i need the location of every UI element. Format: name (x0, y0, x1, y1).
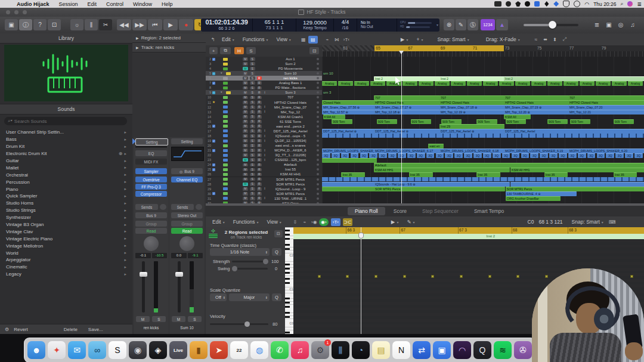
region-cell[interactable]: 3Q (521, 153, 530, 158)
record-arm-button[interactable]: R (257, 187, 262, 191)
record-arm-button[interactable]: R (257, 96, 262, 100)
solo-button[interactable]: S (250, 110, 255, 114)
region-909-tom[interactable]: 909 Tom (506, 119, 526, 124)
region-cell[interactable]: 3Q (587, 153, 596, 158)
grid-view-icon[interactable]: ▦ (299, 36, 308, 44)
download-icon[interactable]: ⊕ (119, 151, 123, 156)
region-909-tom[interactable]: 909 Tom (547, 119, 568, 124)
plugin-slot-overdrive[interactable]: Overdrive (135, 177, 167, 182)
stack-collapse-icon[interactable]: − (212, 72, 215, 75)
fader-cap[interactable] (140, 272, 147, 277)
mute-button[interactable]: M (243, 134, 248, 138)
region-cell[interactable]: 3Q (341, 153, 349, 158)
track-name[interactable]: SOR MTR1 Percs (267, 182, 314, 186)
mute-button[interactable]: M (243, 91, 248, 95)
region-mcph-drums-loops-shaker-6-17[interactable]: MCPH_DRUMS_LOOPS_SHAKER_6.17 (374, 148, 440, 153)
record-arm-button[interactable]: R (257, 148, 262, 152)
play-button[interactable]: ▶ (163, 19, 178, 30)
region-hpth2-closed-hats[interactable]: HPTH2 Closed Hats (504, 100, 569, 105)
track-name[interactable]: 707 (267, 95, 314, 99)
region-cell[interactable]: 3Q (473, 153, 482, 158)
region-sor-mtr1-percs[interactable]: SOR MTR1 Percs (506, 187, 644, 191)
gear-icon[interactable]: ⚙ (0, 327, 14, 332)
region-cell[interactable]: Analog (564, 81, 578, 86)
region-cell[interactable]: Analog (402, 81, 417, 86)
input-slot[interactable]: ◎Bus 9 (171, 168, 203, 174)
mute-button[interactable]: M (243, 144, 248, 147)
mute-button[interactable]: M (243, 81, 248, 85)
track-name[interactable]: Sum 2 (267, 62, 314, 66)
solo-button[interactable]: S (250, 120, 255, 123)
setting-button[interactable]: Setting (171, 138, 203, 144)
region-default[interactable]: #default (374, 163, 644, 168)
library-item-bass[interactable]: Bass▸ (0, 136, 132, 143)
siri-icon[interactable] (627, 1, 633, 7)
midi-note[interactable] (346, 275, 349, 278)
solo-button[interactable]: S (250, 173, 255, 177)
region-cell[interactable]: 3Q (634, 153, 643, 158)
menu-clock[interactable]: Thu 20:26 (593, 1, 616, 7)
dock-notion-icon[interactable]: N (392, 341, 410, 359)
track-checkbox[interactable]: ✓ (212, 163, 215, 166)
mute-button[interactable]: M (243, 163, 248, 167)
mute-button[interactable]: M (243, 139, 248, 143)
eq-thumbnail[interactable] (171, 147, 204, 161)
track-name[interactable]: DDT_125_Hat_Aeriel (267, 129, 314, 133)
mute-button[interactable]: M (243, 110, 248, 114)
instrument-slot[interactable]: Sampler (135, 168, 167, 174)
mute-button[interactable]: M (136, 316, 150, 322)
track-name[interactable]: KSM All Crash1 (267, 115, 314, 119)
mute-button[interactable]: M (243, 153, 248, 157)
region-mcph-drums-loops-shaker-6-18[interactable]: MCPH_DRUMS_LOOPS_SHAKER_6.18 (439, 148, 504, 153)
solo-button[interactable]: S (152, 316, 166, 322)
track-checkbox[interactable]: ✓ (212, 192, 215, 195)
mute-button[interactable]: M (243, 76, 248, 80)
track-checkbox[interactable]: ✓ (212, 140, 215, 143)
scale-apply-button[interactable]: Q (272, 293, 281, 301)
track-checkbox[interactable]: ✓ (212, 82, 215, 85)
region-mh-top-12-18[interactable]: MH_Top_12.18 ⊕ (374, 110, 440, 115)
region-130-tambourine-4[interactable]: 130 TAMBOURINE .4 ⊕ (506, 191, 577, 196)
solo-button[interactable]: S (250, 163, 255, 167)
region-cell[interactable]: Analog (338, 81, 353, 86)
menu-item-session[interactable]: Session (54, 1, 83, 7)
track-name[interactable]: CSS032...125_bpm (267, 158, 314, 162)
track-name[interactable]: QLDF_12...105534] (267, 139, 314, 143)
record-arm-button[interactable]: R (257, 173, 262, 177)
solo-button[interactable]: S (250, 86, 255, 90)
region-909-tom[interactable]: 909 Tom (614, 119, 634, 124)
back-arrow-icon[interactable]: ↰ (208, 36, 218, 44)
region-ksm-all[interactable]: KSM All (504, 115, 531, 119)
midi-note[interactable] (460, 275, 463, 278)
mute-button[interactable]: M (243, 192, 248, 196)
region-mh-top-12-20[interactable]: MH_Top_12.20 ⊕ (504, 110, 569, 115)
midi-note[interactable] (516, 275, 519, 278)
v-zoom-icon[interactable]: ⬍ (550, 36, 560, 44)
region-909-tom[interactable]: 909 Tom (441, 119, 462, 124)
quick-help-icon[interactable]: ? (33, 19, 47, 30)
swing-slider[interactable] (232, 268, 268, 270)
region-cell[interactable]: 3Q (530, 153, 538, 158)
region-cell[interactable]: 3Q (436, 153, 444, 158)
input-monitor-button[interactable]: I (264, 197, 267, 200)
track-name[interactable]: Inst 55 (267, 168, 314, 171)
bolt-icon[interactable] (544, 1, 549, 7)
region-cell[interactable]: 3Q (379, 153, 387, 158)
region-mh-snare-clap-07-20[interactable]: MH_Snare_Clap_07.20 (568, 105, 644, 110)
solo-button[interactable]: S (250, 197, 255, 200)
mute-button[interactable]: M (172, 316, 185, 322)
region-inst-2[interactable]: Inst 2 (439, 76, 504, 81)
region-cell[interactable]: Analog (547, 81, 562, 86)
mute-button[interactable]: M (243, 57, 248, 61)
command-tool-menu[interactable]: +▾ (412, 36, 427, 42)
add-track-button[interactable]: + (209, 47, 218, 54)
track-name[interactable]: Analog Bass 1 (267, 81, 314, 85)
library-item-orchestral[interactable]: Orchestral▸ (0, 171, 132, 178)
solo-button[interactable]: S (250, 72, 255, 75)
volume-fader[interactable] (178, 261, 181, 313)
solo-button[interactable]: S (250, 148, 255, 152)
tab-piano-roll[interactable]: Piano Roll (348, 207, 385, 215)
track-name[interactable]: Sum 10 (267, 72, 314, 75)
zoom-fit-icon[interactable]: ⤢ (560, 36, 569, 44)
region-cell[interactable]: 3Q (351, 153, 359, 158)
